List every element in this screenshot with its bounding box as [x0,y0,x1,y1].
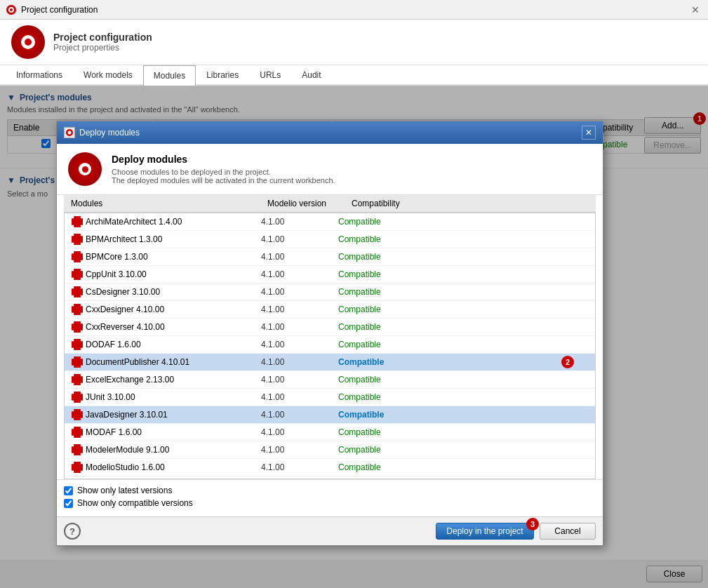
puzzle-icon [72,321,83,333]
modal-bottom-right: Deploy in the project 3 Cancel [436,523,596,540]
svg-point-2 [10,8,13,11]
mod-compat: Compatible [338,445,588,455]
mod-name: JavaDesigner 3.10.01 [72,409,261,420]
list-item[interactable]: ModelioStudio 1.6.00 4.1.00 Compatible [65,459,595,476]
list-item[interactable]: BPMCore 1.3.00 4.1.00 Compatible [65,248,595,266]
list-item[interactable]: CppUnit 3.10.00 4.1.00 Compatible [65,266,595,283]
list-item[interactable]: BPMArchitect 1.3.00 4.1.00 Compatible [65,231,595,248]
mod-compat: Compatible [338,287,588,297]
mod-version: 4.1.00 [261,462,338,472]
mod-compat: Compatible [338,392,588,402]
mod-compat: Compatible [338,410,588,420]
mod-version: 4.1.00 [261,234,338,244]
mod-version: 4.1.00 [261,340,338,349]
mod-name: MODAF 1.6.00 [72,427,261,438]
col-header-modules: Modules [71,199,267,208]
mod-version: 4.1.00 [261,305,338,314]
tab-work-models[interactable]: Work models [73,65,143,84]
tab-libraries[interactable]: Libraries [196,65,249,84]
puzzle-icon [72,356,83,368]
badge-2: 2 [561,356,574,368]
puzzle-icon [72,286,83,298]
window-close-button[interactable]: ✕ [688,3,702,17]
tabs-bar: Informations Work models Modules Librari… [0,65,708,86]
mod-version: 4.1.00 [261,427,338,437]
mod-name: BPMCore 1.3.00 [72,251,261,262]
deploy-button[interactable]: Deploy in the project 3 [436,523,534,540]
puzzle-icon [72,304,83,315]
list-item[interactable]: ArchiMateArchitect 1.4.00 4.1.00 Compati… [65,213,595,231]
cancel-button[interactable]: Cancel [540,523,596,540]
mod-compat: Compatible [338,269,588,279]
mod-name: DODAF 1.6.00 [72,339,261,350]
col-header-compatibility: Compatibility [352,199,589,208]
module-list[interactable]: ArchiMateArchitect 1.4.00 4.1.00 Compati… [64,213,596,479]
puzzle-icon [72,339,83,350]
mod-name: ModelioStudio 1.6.00 [72,462,261,473]
checkbox-latest-row: Show only latest versions [64,486,596,495]
modal-header-desc2: The deployed modules will be activated i… [112,176,335,185]
modal-title-bar: Deploy modules ✕ [57,121,603,144]
puzzle-icon [72,234,83,245]
checkbox-compatible-label: Show only compatible versions [77,498,193,508]
list-item[interactable]: CxxDesigner 4.10.00 4.1.00 Compatible [65,301,595,319]
list-item[interactable]: DocumentPublisher 4.10.01 4.1.00 Compati… [65,354,595,371]
puzzle-icon [72,409,83,420]
module-list-header: Modules Modelio version Compatibility [64,195,596,213]
mod-version: 4.1.00 [261,287,338,297]
list-item[interactable]: MODAF 1.6.00 4.1.00 Compatible [65,424,595,441]
puzzle-icon [72,427,83,438]
modal-help-button[interactable]: ? [64,523,81,540]
deploy-button-label: Deploy in the project [446,526,523,536]
main-window: Project configuration ✕ Project configur… [0,0,708,588]
list-item[interactable]: DODAF 1.6.00 4.1.00 Compatible [65,336,595,354]
content-area: ▼ Project's modules Modules installed in… [0,86,708,588]
mod-version: 4.1.00 [261,392,338,402]
modal-title: Deploy modules [79,128,140,138]
mod-compat: Compatible [338,234,588,244]
checkbox-compatible[interactable] [64,499,73,508]
modal-header-desc1: Choose modules to be deployed in the pro… [112,168,335,176]
list-item[interactable]: JUnit 3.10.00 4.1.00 Compatible [65,389,595,406]
list-item[interactable]: CxxReverser 4.10.00 4.1.00 Compatible [65,319,595,336]
mod-compat: Compatible [338,427,588,437]
mod-compat: Compatible [338,322,588,332]
mod-name: BPMArchitect 1.3.00 [72,234,261,245]
puzzle-icon [72,269,83,280]
modal-header: Deploy modules Choose modules to be depl… [57,144,603,195]
mod-compat: Compatible [338,462,588,472]
tab-informations[interactable]: Informations [6,65,73,84]
mod-compat: Compatible [338,305,588,314]
title-bar-left: Project configuration [6,4,98,15]
app-header-icon [11,25,45,59]
window-icon [6,4,17,15]
list-item[interactable]: ExcelExchange 2.13.00 4.1.00 Compatible [65,371,595,389]
mod-name: JUnit 3.10.00 [72,392,261,403]
mod-name: CxxReverser 4.10.00 [72,321,261,333]
mod-name: CxxDesigner 4.10.00 [72,304,261,315]
puzzle-icon [72,462,83,473]
mod-compat: Compatible [338,357,588,367]
mod-compat: Compatible [338,217,588,227]
modal-title-icon [64,127,75,138]
list-item[interactable]: JavaDesigner 3.10.01 4.1.00 Compatible [65,406,595,424]
puzzle-icon [72,216,83,227]
deploy-modal: Deploy modules ✕ Deploy modules Choose m… [56,121,603,546]
list-item[interactable]: CsDesigner 3.10.00 4.1.00 Compatible [65,283,595,301]
mod-version: 4.1.00 [261,445,338,455]
tab-urls[interactable]: URLs [249,65,291,84]
tab-audit[interactable]: Audit [291,65,331,84]
badge-3: 3 [526,518,539,530]
mod-version: 4.1.00 [261,357,338,367]
list-item[interactable]: ModelerModule 9.1.00 4.1.00 Compatible [65,441,595,459]
puzzle-icon [72,251,83,262]
mod-version: 4.1.00 [261,217,338,227]
modal-close-button[interactable]: ✕ [582,126,596,140]
mod-name: CppUnit 3.10.00 [72,269,261,280]
svg-point-4 [68,131,72,135]
puzzle-icon [72,444,83,455]
tab-modules[interactable]: Modules [143,65,196,86]
checkbox-compatible-row: Show only compatible versions [64,498,596,508]
checkbox-latest[interactable] [64,486,73,495]
app-header: Project configuration Project properties [0,20,708,65]
